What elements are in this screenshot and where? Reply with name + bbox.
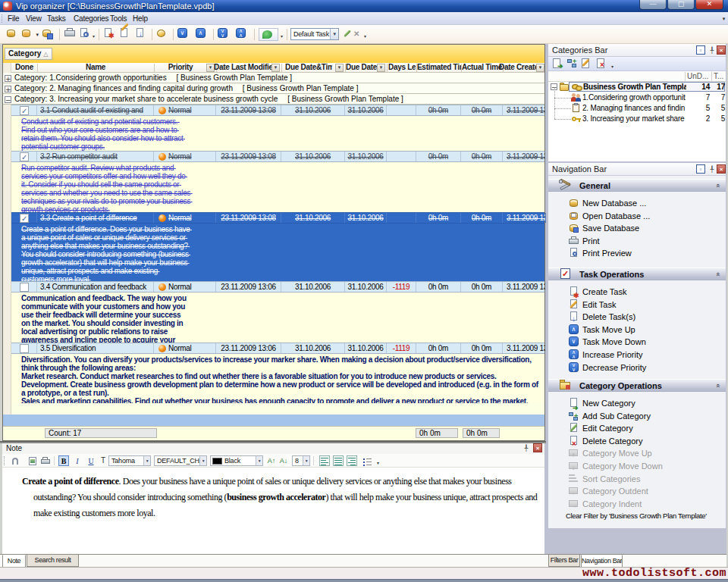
view-flag-icon[interactable] [259, 28, 278, 41]
expand-icon[interactable]: + [5, 86, 11, 92]
nav-item-new-database[interactable]: New Database ... [548, 197, 726, 209]
nav-section-task-operations[interactable]: ✓Task Operations« [548, 268, 726, 280]
nav-item-edit-category[interactable]: Edit Category [548, 422, 726, 434]
font-size-combo[interactable]: 8▼ [292, 455, 310, 466]
task-row[interactable]: ✓3.1 Conduct audit of existing andNormal… [11, 105, 544, 116]
nav-item-edit-task[interactable]: Edit Task [548, 299, 726, 311]
task-row[interactable]: ✓3.2 Run competitor auditNormal23.11.200… [11, 151, 544, 162]
decrease-font-icon[interactable]: A↓ [278, 455, 289, 466]
new-database-icon[interactable] [6, 28, 19, 41]
nav-item-open-database[interactable]: Open Database ... [548, 210, 726, 222]
charset-combo[interactable]: DEFAULT_CHAR▼ [154, 455, 207, 466]
complete-task-icon[interactable] [156, 28, 169, 41]
add-sub-category-icon[interactable]: + [566, 58, 579, 70]
tab-search-result[interactable]: Search result [27, 555, 79, 567]
menu-tasks[interactable]: Tasks [46, 14, 67, 23]
align-left-button[interactable] [319, 455, 330, 466]
nav-item-category-outdent[interactable]: ←Category Outdent [548, 485, 726, 497]
task-row[interactable]: 3.4 Communication and feedbackNormal23.1… [11, 281, 544, 293]
done-checkbox[interactable] [20, 344, 29, 353]
nav-item-decrease-priority[interactable]: ∨∨Decrease Priority [548, 361, 726, 374]
italic-button[interactable]: I [72, 455, 83, 466]
sort-dropdown-icon[interactable]: ▼ [536, 64, 544, 72]
expand-icon[interactable]: + [5, 75, 11, 82]
column-header-actual[interactable]: Actual Time [461, 63, 503, 72]
edit-category-icon[interactable] [581, 58, 594, 70]
menu-view[interactable]: View [24, 14, 43, 23]
underline-button[interactable]: U [86, 455, 96, 466]
menu-overflow-icon[interactable]: ▾ [723, 16, 725, 22]
nav-item-delete-task-s[interactable]: ↓Delete Task(s) [548, 311, 726, 323]
nav-item-sort-categories[interactable]: Sort Categories [548, 473, 726, 485]
collapse-section-icon[interactable]: « [714, 272, 721, 276]
nav-item-delete-category[interactable]: ×Delete Category [548, 435, 726, 447]
decrease-priority-icon[interactable]: ∨∨ [218, 28, 231, 41]
delete-task-icon[interactable]: ↓ [135, 28, 148, 41]
align-right-button[interactable] [347, 455, 357, 466]
insert-image-icon[interactable] [27, 455, 37, 466]
align-center-button[interactable] [333, 455, 344, 466]
nav-item-clear-filter-by-business-growth-plan-template[interactable]: Clear Filter by 'Business Growth Plan Te… [548, 510, 726, 522]
categories-close-icon[interactable]: × [717, 45, 726, 55]
font-family-combo[interactable]: Tahoma▼ [108, 455, 151, 466]
nav-item-task-move-down[interactable]: ∨Task Move Down [548, 336, 726, 348]
maximize-button[interactable]: ▢ [667, 0, 695, 10]
nav-section-category-operations[interactable]: Category Operations« [548, 379, 726, 392]
note-toolbar-overflow-icon[interactable]: ▾ [377, 460, 379, 465]
nav-item-category-move-up[interactable]: ↑Category Move Up [548, 447, 726, 459]
print-icon[interactable] [64, 28, 77, 41]
nav-autohide-icon[interactable]: ▫ [696, 164, 705, 174]
nav-item-task-move-up[interactable]: ∧Task Move Up [548, 324, 726, 336]
print-note-icon[interactable] [39, 455, 50, 466]
save-database-icon[interactable] [42, 28, 55, 41]
clear-view-icon[interactable]: ✕ [353, 30, 359, 38]
toolbar-dropdown-icon[interactable]: ▾ [93, 33, 95, 39]
note-content[interactable]: Create a point of difference. Does your … [2, 468, 544, 554]
category-group-row[interactable]: +Category: 1.Considering growth opportun… [3, 73, 544, 83]
category-group-row[interactable]: +Category: 2. Managing finances and find… [3, 83, 544, 94]
menu-file[interactable]: File [6, 14, 20, 23]
nav-item-print[interactable]: Print [548, 235, 726, 247]
edit-task-icon[interactable] [119, 28, 132, 41]
column-header-days_left[interactable]: Days Left [388, 63, 416, 72]
column-header-due_date[interactable]: Due Date [340, 63, 382, 72]
nav-pin-icon[interactable]: ╀ [708, 164, 717, 174]
category-tree-row[interactable]: 2. Managing finances and findin55 [548, 103, 726, 114]
collapse-section-icon[interactable]: « [714, 383, 721, 387]
sort-dropdown-icon[interactable]: ▼ [271, 64, 280, 72]
task-view-combo[interactable]: Default Task V▼ [290, 28, 339, 40]
menu-help[interactable]: Help [131, 14, 149, 23]
nav-close-icon[interactable]: × [717, 164, 726, 174]
create-task-icon[interactable]: ✱ [103, 28, 116, 41]
open-database-icon[interactable]: ▾ [21, 28, 34, 41]
nav-item-increase-priority[interactable]: ∧∧Increase Priority [548, 349, 726, 361]
column-header-priority[interactable]: Priority [149, 63, 212, 72]
category-tree-row[interactable]: 3. Increasing your market share 25 [548, 114, 726, 124]
sort-dropdown-icon[interactable]: ▼ [377, 64, 385, 72]
nav-item-create-task[interactable]: ✱Create Task [548, 286, 726, 298]
expand-icon[interactable]: − [5, 96, 11, 103]
views-overflow-icon[interactable]: ▾ [364, 33, 366, 39]
nav-section-general[interactable]: General« [548, 179, 726, 192]
nav-item-save-database[interactable]: Save Database [548, 222, 726, 234]
column-header-estimated[interactable]: Estimated Time [417, 63, 461, 72]
collapse-section-icon[interactable]: « [714, 183, 721, 187]
group-chip-category[interactable]: Category △ [5, 48, 52, 60]
close-button[interactable]: ✕ [695, 0, 723, 10]
task-row[interactable]: 3.5 DiversificationNormal23.11.2009 13:0… [11, 343, 544, 354]
increase-priority-icon[interactable]: ∧∧ [236, 28, 249, 41]
task-row[interactable]: ✓3.3 Create a point of differenceNormal2… [11, 212, 544, 224]
categories-toolbar-overflow-icon[interactable]: ▾ [611, 64, 613, 69]
autohide-icon[interactable]: ▫ [696, 45, 705, 55]
column-header-done[interactable]: Done [11, 63, 37, 72]
done-checkbox[interactable]: ✓ [20, 152, 29, 161]
done-checkbox[interactable] [20, 283, 29, 292]
column-header-name[interactable]: Name [37, 63, 154, 72]
bullet-list-button[interactable] [362, 455, 372, 466]
font-color-combo[interactable]: Black▼ [210, 455, 263, 466]
nav-item-category-indent[interactable]: →Category Indent [548, 498, 726, 510]
move-task-down-icon[interactable]: ∨ [177, 28, 190, 41]
move-task-up-icon[interactable]: ∧ [196, 28, 209, 41]
menu-tools[interactable]: Tools [108, 14, 128, 23]
attach-icon[interactable] [10, 455, 20, 466]
